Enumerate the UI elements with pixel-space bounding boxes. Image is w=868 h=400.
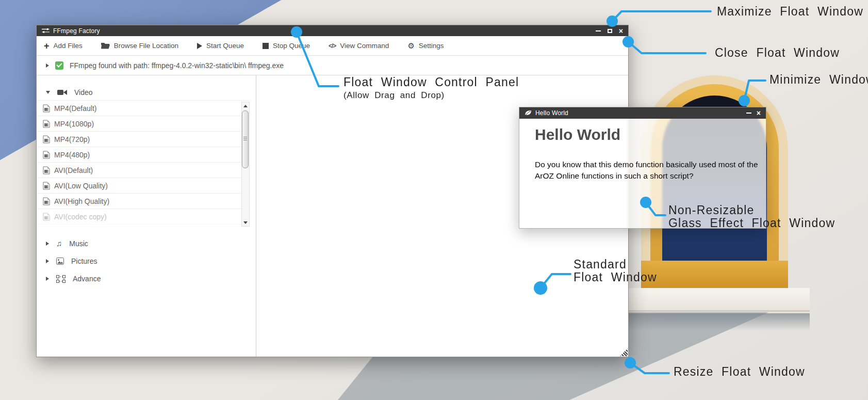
window-title: FFmpeg Factory [53,27,100,35]
view-command-button[interactable]: </> View Command [329,42,389,50]
tree-item-avi-high[interactable]: AVI(High Quality) [37,194,250,209]
picture-icon [56,258,64,265]
chevron-right-icon [46,259,49,263]
stop-queue-button[interactable]: Stop Queue [263,42,310,50]
tree-item-mp4-default[interactable]: MP4(Default) [37,101,250,116]
chevron-right-icon [46,277,49,281]
browse-file-location-button[interactable]: Browse File Location [101,42,178,50]
annotation-maximize: Maximize Float Window [717,5,863,18]
video-file-icon [43,104,50,113]
tree-item-mp4-480p[interactable]: MP4(480p) [37,147,250,163]
plus-icon: + [44,42,50,50]
panel-divider [256,75,256,357]
stop-icon [263,43,269,49]
annotation-standard-line2: Float Window [574,270,657,284]
play-icon [197,43,202,49]
arched-window-rail [641,261,788,288]
settings-button[interactable]: ⚙ Settings [407,42,444,50]
folder-icon [101,42,110,49]
annotation-minimize: Minimize Window [769,73,868,86]
music-note-icon: ♫ [56,240,62,247]
annotation-glass-line1: Non-Resizable [668,203,754,217]
video-file-icon [43,135,50,143]
video-file-icon [43,120,50,128]
tree-item-avi-low[interactable]: AVI(Low Quality) [37,178,250,194]
scroll-up-button[interactable] [242,102,249,109]
annotation-standard-line1: Standard [574,258,627,271]
video-file-icon [43,182,50,190]
chevron-down-icon [46,91,50,94]
tree-label: Advance [73,275,101,283]
annotation-close: Close Float Window [715,46,840,59]
scroll-down-button[interactable] [242,219,249,226]
resize-grip[interactable] [620,348,628,356]
close-button[interactable]: × [757,110,761,116]
tree-section-music[interactable]: ♫ Music [37,236,256,251]
sill-shadow [623,313,810,331]
hello-heading: Hello World [535,126,620,143]
ffmpeg-status-bar[interactable]: FFmpeg found with path: ffmpeg-4.0.2-win… [37,56,628,75]
annotation-control-panel-sub: (Allow Drag and Drop) [343,89,445,102]
tree-item-partial[interactable] [37,225,250,227]
tree-item-mp4-720p[interactable]: MP4(720p) [37,132,250,147]
tree-item-avi-codec-copy[interactable]: AVI(codec copy) [37,209,250,225]
tree-section-advance[interactable]: Advance [37,271,256,286]
tree-section-video[interactable]: Video [37,85,256,100]
check-icon [55,61,63,70]
window-title: Hello World [535,109,568,117]
video-file-icon [43,213,50,221]
tree-label: Pictures [71,257,97,265]
annotation-resize: Resize Float Window [674,365,805,378]
tree-label: Music [69,239,88,248]
start-queue-button[interactable]: Start Queue [197,42,244,50]
tree-label: Video [74,88,93,97]
ffmpeg-toolbar: + Add Files Browse File Location Start Q… [37,36,628,56]
video-file-icon [43,166,50,174]
scroll-thumb[interactable] [242,110,249,168]
ffmpeg-titlebar[interactable]: FFmpeg Factory × [37,25,628,36]
gear-icon: ⚙ [407,42,414,50]
maximize-button[interactable] [608,29,612,33]
tree-item-avi-default[interactable]: AVI(Default) [37,163,250,178]
swap-arrows-icon [42,28,50,34]
desktop: FFmpeg Factory × + Add Files Browse File… [0,0,868,400]
hello-body-text: Do you know that this demo function basi… [535,159,760,181]
add-files-button[interactable]: + Add Files [44,42,83,50]
leaf-icon [525,110,532,116]
chevron-right-icon [46,242,49,246]
annotation-glass-line2: Glass Effect Float Window [668,216,835,230]
object-group-icon [56,275,65,283]
window-sill [623,288,810,312]
list-scrollbar[interactable] [241,102,250,227]
hello-titlebar[interactable]: Hello World × [519,107,766,119]
status-text: FFmpeg found with path: ffmpeg-4.0.2-win… [70,61,284,70]
tree-item-mp4-1080p[interactable]: MP4(1080p) [37,116,250,132]
code-icon: </> [329,42,336,50]
video-camera-icon [57,89,67,95]
close-button[interactable]: × [619,28,623,34]
minimize-button[interactable] [596,30,601,31]
tree-section-pictures[interactable]: Pictures [37,253,256,269]
disclosure-triangle-icon[interactable] [46,63,49,68]
annotation-control-panel: Float Window Control Panel [343,75,519,89]
preset-list: MP4(Default) MP4(1080p) MP4(720p) MP4(48… [37,100,250,227]
video-file-icon [43,151,50,159]
minimize-button[interactable] [746,113,751,114]
video-file-icon [43,197,50,205]
